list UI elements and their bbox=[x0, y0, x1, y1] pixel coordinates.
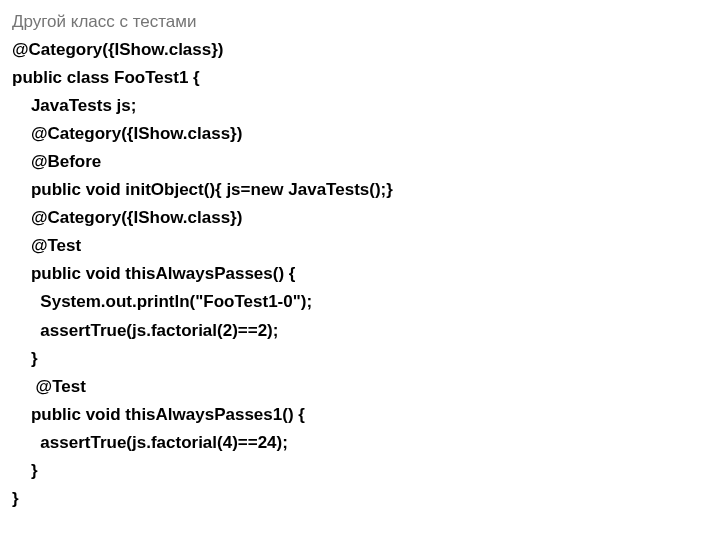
code-line: @Category({IShow.class}) bbox=[12, 120, 708, 148]
code-line: } bbox=[12, 457, 708, 485]
code-line: public void thisAlwaysPasses() { bbox=[12, 260, 708, 288]
code-line: @Test bbox=[12, 373, 708, 401]
code-line: public class FooTest1 { bbox=[12, 64, 708, 92]
code-line: JavaTests js; bbox=[12, 92, 708, 120]
code-line: } bbox=[12, 345, 708, 373]
code-line: } bbox=[12, 485, 708, 513]
code-line: assertTrue(js.factorial(4)==24); bbox=[12, 429, 708, 457]
code-line: public void thisAlwaysPasses1() { bbox=[12, 401, 708, 429]
code-line: @Before bbox=[12, 148, 708, 176]
code-line: @Category({IShow.class}) bbox=[12, 204, 708, 232]
document-title: Другой класс с тестами bbox=[12, 8, 708, 36]
code-line: @Test bbox=[12, 232, 708, 260]
code-line: assertTrue(js.factorial(2)==2); bbox=[12, 317, 708, 345]
code-line: @Category({IShow.class}) bbox=[12, 36, 708, 64]
code-line: System.out.println("FooTest1-0"); bbox=[12, 288, 708, 316]
code-line: public void initObject(){ js=new JavaTes… bbox=[12, 176, 708, 204]
